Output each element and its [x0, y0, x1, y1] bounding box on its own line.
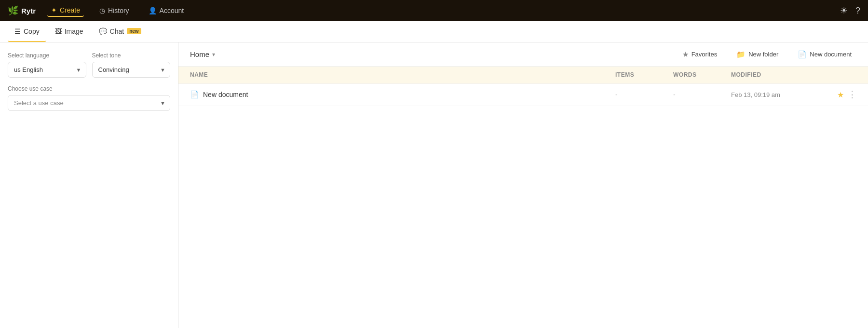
image-tab-icon: 🖼 [55, 27, 62, 35]
main-layout: Select language us English uk English Fr… [0, 42, 868, 328]
use-case-select[interactable]: Select a use case Blog Post Product Desc… [8, 95, 170, 111]
doc-items: - [615, 91, 673, 98]
tab-chat[interactable]: 💬 Chat new [92, 21, 148, 42]
sub-nav: ☰ Copy 🖼 Image 💬 Chat new [0, 21, 868, 42]
logo-text: Rytr [21, 7, 36, 15]
content-header: Home ▾ ★ Favorites 📁 New folder 📄 New do… [178, 42, 868, 67]
language-label: Select language [8, 52, 86, 59]
new-document-button[interactable]: 📄 New document [793, 47, 856, 62]
top-nav: 🌿 Rytr ✦ Create ◷ History 👤 Account ☀ ? [0, 0, 868, 21]
breadcrumb[interactable]: Home ▾ [190, 50, 215, 58]
use-case-label: Choose use case [8, 85, 170, 92]
help-icon[interactable]: ? [855, 6, 860, 16]
right-content: Home ▾ ★ Favorites 📁 New folder 📄 New do… [178, 42, 868, 328]
col-name: NAME [190, 71, 615, 78]
language-field: Select language us English uk English Fr… [8, 52, 170, 78]
nav-create[interactable]: ✦ Create [47, 4, 84, 17]
doc-star-button[interactable]: ★ [837, 90, 844, 99]
create-icon: ✦ [51, 6, 57, 14]
star-icon: ★ [682, 50, 689, 59]
language-wrapper: Select language us English uk English Fr… [8, 52, 86, 78]
col-words: WORDS [673, 71, 731, 78]
doc-modified: Feb 13, 09:19 am [731, 91, 827, 98]
nav-history[interactable]: ◷ History [95, 5, 133, 16]
tone-wrapper: Select tone Convincing Casual Profession… [92, 52, 171, 78]
table-header: NAME ITEMS WORDS MODIFIED [178, 67, 868, 83]
logo[interactable]: 🌿 Rytr [8, 5, 36, 16]
tab-image[interactable]: 🖼 Image [48, 21, 90, 42]
breadcrumb-chevron-icon: ▾ [212, 51, 215, 58]
col-actions [827, 71, 856, 78]
account-icon: 👤 [149, 7, 157, 14]
document-icon: 📄 [798, 50, 807, 59]
tab-copy[interactable]: ☰ Copy [8, 21, 46, 42]
col-modified: MODIFIED [731, 71, 827, 78]
doc-name-text[interactable]: New document [203, 91, 248, 98]
nav-right: ☀ ? [840, 5, 860, 16]
header-actions: ★ Favorites 📁 New folder 📄 New document [678, 47, 856, 62]
new-folder-button[interactable]: 📁 New folder [732, 47, 783, 62]
doc-more-button[interactable]: ⋮ [848, 89, 856, 100]
doc-name-cell: 📄 New document [190, 90, 615, 99]
tone-label: Select tone [92, 52, 171, 59]
folder-icon: 📁 [736, 50, 746, 59]
history-icon: ◷ [99, 7, 105, 14]
copy-tab-icon: ☰ [14, 27, 21, 35]
theme-toggle-icon[interactable]: ☀ [840, 5, 848, 16]
nav-account[interactable]: 👤 Account [145, 5, 188, 16]
tone-select[interactable]: Convincing Casual Professional Funny [92, 62, 171, 78]
favorites-button[interactable]: ★ Favorites [678, 47, 722, 62]
left-sidebar: Select language us English uk English Fr… [0, 42, 178, 328]
language-select[interactable]: us English uk English French Spanish [8, 62, 86, 78]
doc-words: - [673, 91, 731, 98]
table-row: 📄 New document - - Feb 13, 09:19 am ★ ⋮ [178, 83, 868, 106]
logo-icon: 🌿 [8, 5, 18, 16]
use-case-field: Choose use case Select a use case Blog P… [8, 85, 170, 111]
chat-badge: new [127, 28, 141, 34]
col-items: ITEMS [615, 71, 673, 78]
doc-file-icon: 📄 [190, 90, 199, 99]
doc-actions: ★ ⋮ [827, 89, 856, 100]
chat-tab-icon: 💬 [99, 27, 107, 35]
breadcrumb-home: Home [190, 50, 209, 58]
